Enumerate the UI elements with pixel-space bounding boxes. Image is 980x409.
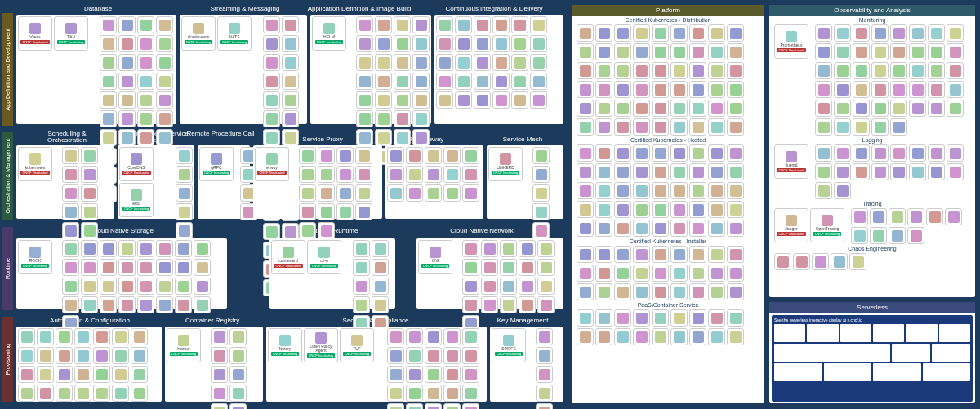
logo-tile[interactable]	[375, 110, 392, 127]
logo-tile[interactable]	[500, 240, 517, 257]
logo-tile[interactable]	[118, 240, 136, 257]
logo-tile[interactable]	[727, 283, 744, 300]
logo-tile[interactable]	[928, 144, 945, 162]
logo-tile[interactable]	[211, 347, 228, 364]
logo-coredns[interactable]: CoreDNSCNCF Graduated	[119, 147, 154, 181]
logo-tile[interactable]	[511, 16, 528, 33]
logo-tile[interactable]	[928, 81, 945, 98]
logo-tile[interactable]	[74, 328, 91, 345]
logo-tile[interactable]	[18, 347, 35, 364]
logo-tile[interactable]	[81, 296, 98, 313]
logo-tile[interactable]	[928, 62, 945, 79]
logo-tile[interactable]	[455, 35, 472, 52]
logo-tile[interactable]	[774, 253, 791, 270]
logo-tile[interactable]	[708, 163, 725, 180]
logo-tile[interactable]	[443, 147, 461, 164]
logo-tile[interactable]	[412, 73, 430, 90]
logo-tile[interactable]	[229, 366, 247, 383]
logo-tile[interactable]	[834, 182, 851, 199]
logo-tile[interactable]	[176, 203, 193, 220]
logo-tile[interactable]	[356, 73, 373, 90]
logo-tile[interactable]	[633, 220, 650, 237]
logo-tile[interactable]	[176, 166, 193, 183]
logo-tile[interactable]	[194, 240, 211, 257]
logo-tile[interactable]	[708, 328, 725, 345]
logo-tile[interactable]	[689, 182, 706, 199]
logo-tile[interactable]	[356, 16, 373, 33]
logo-tile[interactable]	[353, 296, 370, 313]
logo-tile[interactable]	[481, 278, 498, 295]
logo-tile[interactable]	[536, 385, 553, 402]
logo-tile[interactable]	[299, 222, 316, 239]
logo-tile[interactable]	[443, 184, 461, 202]
logo-tile[interactable]	[834, 81, 851, 98]
logo-tile[interactable]	[890, 118, 907, 136]
logo-tile[interactable]	[870, 208, 887, 225]
logo-tile[interactable]	[689, 118, 706, 136]
logo-tile[interactable]	[492, 73, 510, 90]
logo-tile[interactable]	[62, 240, 79, 257]
logo-tile[interactable]	[519, 240, 536, 257]
logo-tile[interactable]	[947, 100, 964, 117]
logo-tile[interactable]	[263, 16, 280, 33]
logo-tile[interactable]	[282, 73, 299, 90]
logo-tile[interactable]	[462, 240, 479, 257]
logo-tile[interactable]	[815, 43, 832, 60]
logo-tile[interactable]	[93, 366, 110, 383]
logo-tile[interactable]	[211, 385, 228, 402]
logo-tile[interactable]	[708, 201, 725, 218]
logo-tile[interactable]	[928, 43, 945, 60]
logo-tile[interactable]	[614, 201, 631, 218]
logo-tile[interactable]	[137, 296, 154, 313]
logo-tuf[interactable]: TUFCNCF Incubating	[340, 328, 374, 362]
logo-tile[interactable]	[443, 403, 461, 409]
logo-tile[interactable]	[670, 246, 688, 263]
logo-tile[interactable]	[889, 227, 906, 244]
logo-nats[interactable]: NATSCNCF Incubating	[217, 16, 252, 51]
logo-tile[interactable]	[62, 278, 79, 295]
logo-tile[interactable]	[118, 91, 136, 109]
logo-tile[interactable]	[577, 24, 594, 42]
logo-tile[interactable]	[443, 328, 461, 345]
logo-tile[interactable]	[834, 163, 851, 180]
logo-tile[interactable]	[834, 118, 851, 136]
logo-tile[interactable]	[299, 203, 316, 220]
logo-tile[interactable]	[100, 278, 117, 295]
logo-tile[interactable]	[156, 73, 173, 90]
logo-tile[interactable]	[355, 203, 372, 220]
logo-tile[interactable]	[909, 43, 926, 60]
logo-tile[interactable]	[112, 385, 129, 402]
logo-tile[interactable]	[532, 222, 550, 239]
logo-tile[interactable]	[708, 118, 725, 136]
logo-tile[interactable]	[299, 184, 316, 202]
logo-envoy[interactable]: envoyCNCF Graduated	[255, 147, 289, 181]
logo-tile[interactable]	[131, 366, 148, 383]
logo-tile[interactable]	[436, 16, 453, 33]
logo-tile[interactable]	[474, 91, 491, 109]
logo-tile[interactable]	[530, 91, 547, 109]
logo-tile[interactable]	[614, 24, 631, 42]
logo-tile[interactable]	[81, 184, 98, 202]
logo-tile[interactable]	[614, 144, 631, 162]
logo-tile[interactable]	[519, 259, 536, 276]
logo-tile[interactable]	[670, 24, 688, 42]
logo-tile[interactable]	[406, 166, 423, 183]
logo-tile[interactable]	[530, 35, 547, 52]
logo-linkerd[interactable]: LINKERDCNCF Incubating	[488, 147, 523, 181]
logo-tile[interactable]	[708, 100, 725, 117]
logo-tile[interactable]	[443, 347, 461, 364]
logo-tile[interactable]	[909, 62, 926, 79]
logo-tile[interactable]	[500, 259, 517, 276]
logo-tile[interactable]	[633, 283, 650, 300]
logo-tile[interactable]	[670, 81, 688, 98]
logo-tile[interactable]	[670, 100, 688, 117]
logo-tile[interactable]	[652, 220, 669, 237]
logo-tile[interactable]	[282, 223, 299, 240]
logo-tile[interactable]	[815, 24, 832, 42]
logo-tile[interactable]	[137, 54, 154, 71]
logo-tile[interactable]	[577, 309, 594, 327]
logo-tile[interactable]	[577, 220, 594, 237]
logo-tile[interactable]	[425, 347, 442, 364]
logo-tile[interactable]	[577, 246, 594, 263]
logo-helm[interactable]: HELMCNCF Incubating	[312, 16, 346, 51]
